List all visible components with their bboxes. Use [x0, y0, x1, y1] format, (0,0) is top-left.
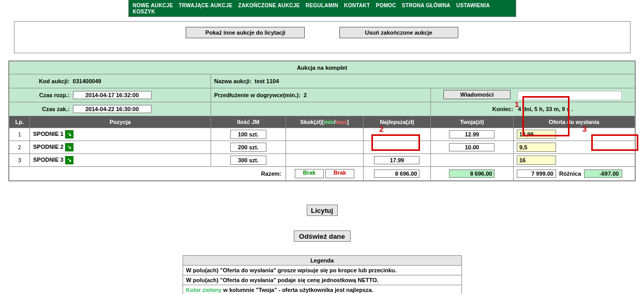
arrow-down-icon[interactable]: ↘	[65, 143, 73, 151]
legend-l1: W polu(ach) "Oferta do wysłania" grosze …	[183, 266, 461, 275]
roznica-label: Różnica	[559, 171, 581, 177]
hdr-lp: Lp.	[9, 116, 29, 128]
row3-lp: 3	[9, 154, 29, 167]
legend-l2: W polu(ach) "Oferta do wysłania" podaje …	[183, 275, 461, 285]
hdr-najlepsza: Najlepsza(zł)	[363, 116, 430, 128]
hdr-oferta: Oferta do wysłania	[513, 116, 635, 128]
kod-value: 031400049	[73, 78, 101, 84]
przed-label: Przedłużenie w dogrywce(min.):	[214, 92, 301, 98]
nav-zakonczone[interactable]: ZAKOŃCZONE AUKCJE	[236, 3, 302, 8]
legend-title: Legenda	[183, 256, 461, 266]
row3-qty[interactable]: 300 szt.	[230, 156, 266, 165]
nav-trwajace[interactable]: TRWAJĄCE AUKCJE	[177, 3, 235, 8]
brak-min: Brak	[295, 169, 324, 178]
show-other-button[interactable]: Pokaż inne aukcje do licytacji	[186, 27, 305, 38]
row3-najlepsza: 17.99	[374, 156, 420, 164]
messages-button[interactable]: Wiadomości	[443, 90, 511, 99]
nav-glowna[interactable]: STRONA GŁÓWNA	[400, 3, 453, 8]
kod-label: Kod aukcji:	[12, 78, 69, 84]
licytuj-button[interactable]: Licytuj	[307, 205, 338, 216]
row2-offer-input[interactable]	[517, 143, 556, 152]
nav-koszyk[interactable]: KOSZYK	[131, 9, 157, 14]
row2-twoja: 10.00	[449, 143, 495, 151]
nav-regulamin[interactable]: REGULAMIN	[304, 3, 340, 8]
rozp-label: Czas rozp.:	[12, 92, 69, 98]
arrow-down-icon[interactable]: ↘	[65, 156, 73, 164]
rozp-value: 2014-04-17 16:32:00	[73, 91, 152, 99]
sum-najlepsza: 8 696.00	[374, 169, 420, 178]
auction-table: Aukcja na komplet Kod aukcji: 031400049 …	[8, 60, 635, 181]
brak-max: Brak	[325, 169, 354, 178]
auction-title: Aukcja na komplet	[9, 61, 635, 74]
row2-lp: 2	[9, 141, 29, 154]
razem-label: Razem:	[9, 167, 286, 181]
koniec-label: Koniec:	[492, 106, 513, 112]
nazwa-value: test 1104	[254, 78, 279, 84]
nav-pomoc[interactable]: POMOC	[373, 3, 398, 8]
row1-twoja: 12.99	[449, 130, 495, 138]
row1-qty[interactable]: 100 szt.	[230, 130, 266, 139]
koniec-value: 4 dni, 5 h, 33 m, 9 s .	[518, 106, 573, 112]
row3-poz: SPODNIE 3	[33, 157, 64, 163]
hdr-twoja: Twoja(zł)	[430, 116, 513, 128]
top-nav: NOWE AUKCJE TRWAJĄCE AUKCJE ZAKOŃCZONE A…	[128, 0, 516, 17]
row1-offer-input[interactable]	[517, 130, 556, 139]
arrow-down-icon[interactable]: ↘	[65, 130, 73, 138]
nazwa-label: Nazwa aukcji:	[214, 78, 251, 84]
messages-field	[517, 91, 622, 100]
zak-value: 2014-04-22 16:30:00	[73, 105, 152, 113]
zak-label: Czas zak.:	[12, 106, 69, 112]
przed-value: 2	[304, 92, 307, 98]
row1-poz: SPODNIE 1	[33, 131, 64, 137]
row2-poz: SPODNIE 2	[33, 144, 64, 150]
odswiez-button[interactable]: Odśwież dane	[294, 230, 351, 242]
nav-kontakt[interactable]: KONTAKT	[342, 3, 372, 8]
row1-lp: 1	[9, 128, 29, 141]
hdr-skok: Skok(zł)[min/max]	[286, 116, 363, 128]
legend-table: Legenda W polu(ach) "Oferta do wysłania"…	[183, 255, 462, 294]
row3-offer-input[interactable]	[517, 156, 556, 165]
legend-l3: Kolor zielony w kolumnie "Twoja" - ofert…	[183, 285, 461, 295]
top-panel: Pokaż inne aukcje do licytacji Usuń zako…	[14, 21, 631, 53]
hdr-ilosc: Ilość JM	[211, 116, 286, 128]
sum-oferta: 7 999.00	[517, 169, 556, 178]
hdr-pozycja: Pozycja	[29, 116, 211, 128]
nav-ustawienia[interactable]: USTAWIENIA	[454, 3, 492, 8]
nav-nowe[interactable]: NOWE AUKCJE	[131, 3, 175, 8]
remove-finished-button[interactable]: Usuń zakończone aukcje	[339, 27, 458, 38]
sum-twoja: 8 696.00	[449, 169, 495, 178]
row2-qty[interactable]: 200 szt.	[230, 143, 266, 152]
roznica-value: -697.00	[584, 169, 622, 178]
